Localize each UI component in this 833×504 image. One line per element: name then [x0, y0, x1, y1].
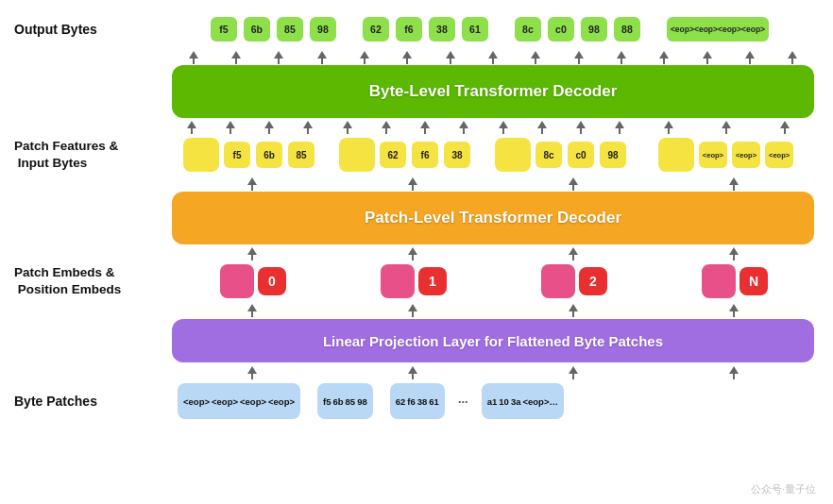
patch-features-row: Patch Features & Input Bytes f5 6b 85 62…: [14, 134, 819, 176]
pf-token-c0: c0: [568, 142, 594, 168]
pf-yellow-3: [495, 138, 531, 172]
linear-content: Linear Projection Layer for Flattened By…: [161, 319, 819, 362]
patch-level-content: Patch-Level Transformer Decoder: [161, 192, 819, 244]
token-f6: f6: [396, 17, 422, 42]
arrows-bp-to-lin: [14, 366, 819, 379]
embed-number-2: 2: [579, 267, 607, 295]
arrows-pe-to-pt: [14, 247, 819, 260]
arr-pf10: [537, 121, 547, 134]
arrows-output-content: [161, 51, 819, 64]
arrows-bp-content: [161, 366, 819, 379]
arr-pf2: [226, 121, 235, 134]
bp-85: 85: [346, 396, 356, 407]
bp-6b: 6b: [332, 396, 343, 407]
byte-level-transformer-row: Byte-Level Transformer Decoder: [14, 64, 819, 119]
pf-group-1: f5 6b 85: [172, 138, 328, 172]
byte-level-transformer-box: Byte-Level Transformer Decoder: [172, 65, 814, 118]
patch-level-transformer-box: Patch-Level Transformer Decoder: [172, 192, 814, 244]
output-bytes-label: Output Bytes: [14, 21, 161, 38]
pf-yellow-1: [183, 138, 219, 172]
patch-embeds-row: Patch Embeds & Position Embeds 0 1 2: [14, 260, 819, 302]
bp-eop2: <eop>: [212, 396, 238, 407]
patch-group-1: f5 6b 85 98: [317, 383, 373, 419]
linear-projection-box: Linear Projection Layer for Flattened By…: [172, 319, 814, 362]
token-98: 98: [310, 17, 336, 42]
pf-token-62: 62: [380, 142, 406, 168]
byte-patches-row: Byte Patches <eop> <eop> <eop> <eop> f5 …: [14, 379, 819, 423]
patch-group-2: 62 f6 38 61: [390, 383, 445, 419]
token-62: 62: [363, 17, 389, 42]
bp-10: 10: [499, 396, 509, 407]
pf-token-98c: 98: [600, 142, 626, 168]
embed-1: 1: [379, 264, 447, 298]
bp-a1: a1: [487, 396, 498, 407]
arr-pt1: [247, 177, 257, 191]
arr-pt3: [569, 177, 578, 191]
byte-patches-label: Byte Patches: [14, 393, 161, 410]
arr-lin3: [569, 304, 578, 317]
token-f5: f5: [211, 17, 237, 42]
embed-number-0: 0: [258, 267, 286, 295]
arr-pt4: [729, 177, 739, 191]
arrow-out-14: [745, 51, 755, 64]
bp-eop-end: <eop>…: [522, 396, 558, 407]
arrows-pt-content: [161, 177, 819, 191]
arr-pf8: [459, 121, 468, 134]
arr-lin4: [729, 304, 739, 317]
arrow-out-15: [788, 51, 797, 64]
embed-pink-N: [702, 264, 736, 298]
arr-pf4: [303, 121, 313, 134]
token-c0: c0: [548, 17, 574, 42]
embed-2: 2: [539, 264, 607, 298]
arrows-to-output: [14, 51, 819, 64]
arr-pf12: [615, 121, 624, 134]
patch-group-3: a1 10 3a <eop>…: [482, 383, 564, 419]
arrows-pt-to-pf: [14, 177, 819, 191]
pf-group-4: <eop> <eop> <eop>: [639, 138, 814, 172]
bp-61: 61: [429, 396, 439, 407]
embed-pink-1: [381, 264, 415, 298]
bp-eop4: <eop>: [268, 396, 295, 407]
pf-token-eop2: <eop>: [732, 142, 760, 168]
arrows-pf-to-bt: [14, 121, 819, 134]
arrows-lin-content: [161, 304, 819, 317]
arr-pt2: [408, 177, 417, 191]
arr-pe4: [729, 247, 739, 260]
arr-pf5: [343, 121, 352, 134]
bp-98: 98: [357, 396, 367, 407]
arrow-out-3: [274, 51, 283, 64]
arrows-pf-content: [161, 121, 819, 134]
pf-yellow-4: [658, 138, 694, 172]
bp-f6: f6: [407, 396, 415, 407]
watermark: 公众号·量子位: [751, 482, 816, 496]
token-6b: 6b: [244, 17, 270, 42]
arr-pf9: [499, 121, 508, 134]
patch-features-label: Patch Features & Input Bytes: [14, 138, 161, 171]
arr-pf6: [382, 121, 391, 134]
patch-features-content: f5 6b 85 62 f6 38 8c c0: [161, 138, 819, 172]
bp-eop3: <eop>: [240, 396, 266, 407]
arr-pe1: [247, 247, 257, 260]
token-88: 88: [614, 17, 640, 42]
arrow-out-6: [402, 51, 412, 64]
token-61: 61: [462, 17, 488, 42]
token-85: 85: [277, 17, 303, 42]
pf-group-2: 62 f6 38: [328, 138, 484, 172]
byte-level-content: Byte-Level Transformer Decoder: [161, 65, 819, 118]
embed-N: N: [700, 264, 768, 298]
arr-pe3: [569, 247, 578, 260]
arr-pf11: [576, 121, 586, 134]
pf-token-6b: 6b: [256, 142, 282, 168]
arrow-out-10: [574, 51, 584, 64]
arrow-out-7: [446, 51, 455, 64]
embed-pink-2: [541, 264, 575, 298]
arrow-out-13: [703, 51, 712, 64]
bp-f5: f5: [323, 396, 331, 407]
arr-lin1: [247, 304, 257, 317]
arrow-out-5: [360, 51, 369, 64]
bp-3a: 3a: [511, 396, 521, 407]
token-eop-out: <eop><eop><eop><eop>: [667, 17, 769, 42]
patch-embeds-content: 0 1 2 N: [161, 264, 819, 298]
linear-projection-row: Linear Projection Layer for Flattened By…: [14, 317, 819, 364]
arrow-out-4: [317, 51, 327, 64]
